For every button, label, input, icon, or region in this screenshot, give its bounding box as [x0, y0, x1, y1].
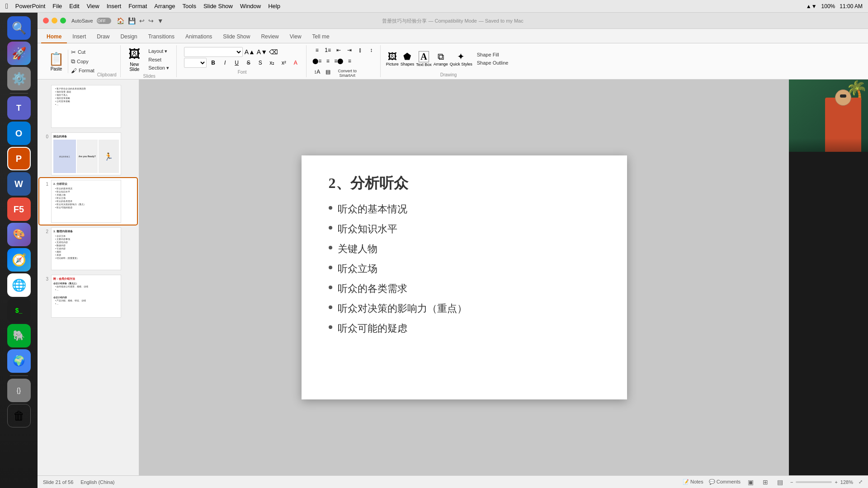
dock-script-editor[interactable]: {} — [7, 379, 31, 402]
section-button[interactable]: Section ▾ — [146, 64, 172, 72]
text-direction-button[interactable]: ↕A — [312, 67, 322, 77]
menu-view[interactable]: View — [87, 3, 99, 9]
customize-icon[interactable]: ▼ — [157, 17, 164, 24]
tab-tell-me[interactable]: Tell me — [307, 31, 335, 43]
italic-button[interactable]: I — [220, 58, 230, 68]
tab-insert[interactable]: Insert — [67, 31, 91, 43]
slide-thumb-prev[interactable]: • 客户所在企业的未来发展趋势 • 项目背景·基础 • 项目干系人 • 项目竞争… — [39, 83, 137, 130]
align-center-button[interactable]: ≡ — [323, 56, 333, 66]
font-grow-icon[interactable]: A▲ — [245, 48, 255, 56]
format-button[interactable]: 🖌 Format — [68, 66, 97, 75]
dock-launchpad[interactable]: 🚀 — [7, 42, 31, 65]
arrange-button[interactable]: ⧉ Arrange — [434, 52, 448, 66]
shape-outline-button[interactable]: Shape Outline — [474, 59, 511, 66]
new-slide-button[interactable]: 🖼 NewSlide — [127, 45, 142, 74]
zoom-in-icon[interactable]: + — [835, 479, 837, 485]
align-right-button[interactable]: ≡⬤ — [334, 56, 344, 66]
dock-f5[interactable]: F5 — [7, 197, 31, 221]
dock-safari[interactable]: 🧭 — [7, 248, 31, 272]
minimize-button[interactable] — [52, 18, 57, 23]
convert-smartart-button[interactable]: Convert toSmartArt — [334, 67, 361, 80]
undo-icon[interactable]: ↩ — [139, 17, 145, 24]
font-shrink-icon[interactable]: A▼ — [257, 48, 267, 56]
slide-thumb-0[interactable]: 0 踏边的准备 踏边的准备之 Are you Ready? 🏃 — [39, 131, 137, 177]
comments-button[interactable]: 💬 Comments — [709, 479, 741, 485]
bold-button[interactable]: B — [208, 58, 218, 68]
slide-thumb-1[interactable]: 1 2. 分析听众 • 听众的基本情况 • 听众知识水平 • 关键人物 • 听众… — [39, 178, 137, 225]
normal-view-button[interactable]: ▣ — [746, 478, 755, 487]
dock-terminal[interactable]: $_ — [7, 299, 31, 322]
shapes-button[interactable]: ⬟ Shapes — [401, 51, 415, 66]
tab-transitions[interactable]: Transitions — [143, 31, 180, 43]
dock-app6[interactable]: 🎨 — [7, 223, 31, 246]
picture-button[interactable]: 🖼 Picture — [386, 52, 399, 66]
dock-chrome[interactable]: 🌐 — [7, 273, 31, 297]
justify-button[interactable]: ≡ — [344, 56, 354, 66]
tab-slideshow[interactable]: Slide Show — [217, 31, 255, 43]
tab-draw[interactable]: Draw — [91, 31, 115, 43]
save-icon[interactable]: 💾 — [128, 17, 136, 24]
menu-tools[interactable]: Tools — [183, 3, 196, 9]
bullets-button[interactable]: ≡ — [312, 45, 322, 55]
menu-format[interactable]: Format — [128, 3, 147, 9]
font-name-select[interactable] — [184, 47, 243, 57]
home-icon[interactable]: 🏠 — [117, 17, 124, 24]
slide-sorter-button[interactable]: ⊞ — [761, 478, 770, 487]
slide-thumb-2[interactable]: 2 3. 整理内容准备 • 会议主体 • 主要内容事项 • 支持性内容 • 数据… — [39, 225, 137, 272]
tab-animations[interactable]: Animations — [180, 31, 217, 43]
tab-view[interactable]: View — [284, 31, 307, 43]
reset-button[interactable]: Reset — [146, 56, 172, 63]
increase-indent-button[interactable]: ⇥ — [344, 45, 354, 55]
autosave-toggle[interactable]: OFF — [97, 18, 111, 24]
current-slide[interactable]: 2、分析听众 听众的基本情况 听众知识水平 关键人物 — [302, 155, 627, 399]
menu-insert[interactable]: Insert — [107, 3, 122, 9]
clear-format-icon[interactable]: ⌫ — [269, 48, 278, 56]
zoom-slider[interactable] — [796, 481, 832, 483]
dock-powerpoint[interactable]: P — [7, 147, 31, 170]
tab-home[interactable]: Home — [41, 31, 67, 43]
textbox-button[interactable]: A Text Box — [416, 51, 432, 67]
align-text-button[interactable]: ▤ — [323, 67, 333, 77]
shadow-button[interactable]: S — [255, 58, 265, 68]
dock-finder[interactable]: 🔍 — [7, 16, 31, 40]
columns-button[interactable]: ⫿ — [355, 45, 365, 55]
dock-chromium[interactable]: 🌍 — [7, 349, 31, 373]
align-left-button[interactable]: ⬤≡ — [312, 56, 322, 66]
reading-view-button[interactable]: ▤ — [775, 478, 785, 487]
zoom-out-icon[interactable]: − — [790, 479, 793, 485]
strikethrough-button[interactable]: S — [244, 58, 254, 68]
paste-button[interactable]: 📋 Paste — [45, 50, 68, 73]
menu-arrange[interactable]: Arrange — [154, 3, 175, 9]
dock-teams[interactable]: T — [7, 96, 31, 120]
superscript-button[interactable]: x² — [279, 58, 289, 68]
shape-fill-button[interactable]: Shape Fill — [474, 51, 511, 58]
line-spacing-button[interactable]: ↕ — [366, 45, 376, 55]
menu-edit[interactable]: Edit — [69, 3, 79, 9]
dock-evernote[interactable]: 🐘 — [7, 324, 31, 347]
subscript-button[interactable]: x₂ — [267, 58, 277, 68]
fit-slide-button[interactable]: ⤢ — [859, 479, 863, 485]
dock-outlook[interactable]: O — [7, 122, 31, 145]
numbering-button[interactable]: 1≡ — [323, 45, 333, 55]
underline-button[interactable]: U — [232, 58, 242, 68]
layout-button[interactable]: Layout ▾ — [146, 47, 172, 55]
cut-button[interactable]: ✂ Cut — [68, 48, 97, 56]
copy-button[interactable]: ⧉ Copy — [68, 57, 97, 66]
decrease-indent-button[interactable]: ⇤ — [334, 45, 344, 55]
tab-review[interactable]: Review — [255, 31, 284, 43]
notes-button[interactable]: 📝 Notes — [683, 479, 703, 485]
font-size-select[interactable] — [184, 58, 207, 68]
tab-design[interactable]: Design — [115, 31, 142, 43]
dock-word[interactable]: W — [7, 172, 31, 196]
menu-slideshow[interactable]: Slide Show — [203, 3, 233, 9]
menu-help[interactable]: Help — [268, 3, 280, 9]
menu-window[interactable]: Window — [240, 3, 261, 9]
dock-system-preferences[interactable]: ⚙️ — [7, 67, 31, 90]
menu-file[interactable]: File — [52, 3, 62, 9]
font-color-button[interactable]: A — [291, 58, 301, 68]
maximize-button[interactable] — [60, 18, 66, 23]
quick-styles-button[interactable]: ✦ Quick Styles — [450, 51, 472, 66]
close-button[interactable] — [43, 18, 49, 23]
slide-thumb-3[interactable]: 3 附：会用介绍方法 会议介绍准备（重点之） • 如何描述公司愿景、规模、业绩 … — [39, 273, 137, 319]
dock-trash[interactable]: 🗑 — [7, 404, 31, 427]
